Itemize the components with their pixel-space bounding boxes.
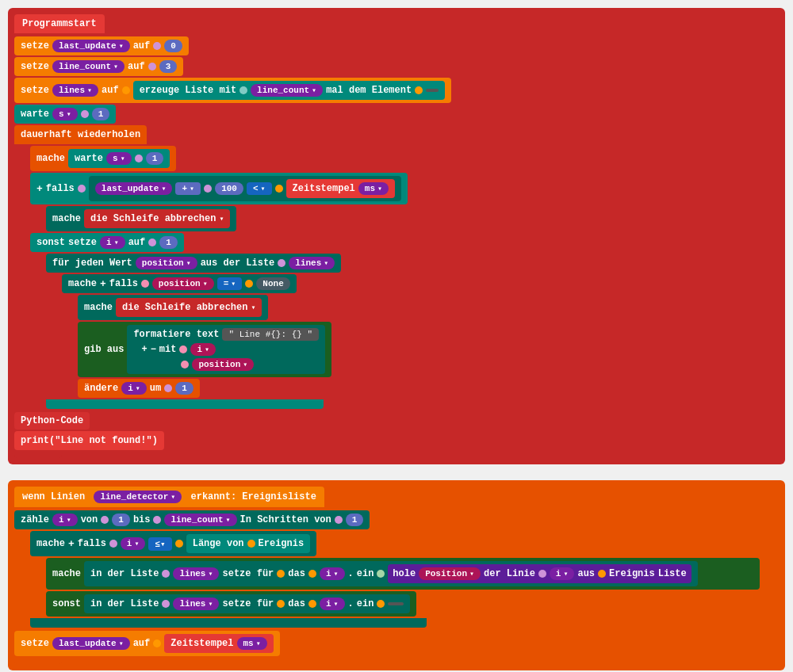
- sonst-liste-inner[interactable]: in der Liste lines ▾ setze für das i ▾ .: [84, 594, 410, 613]
- var-i-8[interactable]: i ▾: [320, 598, 345, 610]
- row-falls-zeitstempel: + falls last_update ▾ + ▾ 100: [30, 173, 779, 204]
- row-mache-schleife-2: mache die Schleife abbrechen ▾: [78, 295, 779, 320]
- var-lines-3[interactable]: lines ▾: [173, 567, 219, 580]
- mache-in-liste-block[interactable]: mache in der Liste lines ▾ setze für das…: [46, 558, 760, 590]
- dot-7: [135, 155, 143, 162]
- val-100[interactable]: 100: [215, 182, 243, 195]
- var-last-update-2[interactable]: last_update ▾: [95, 182, 173, 195]
- op-lte[interactable]: ≤▾: [148, 537, 171, 551]
- gib-aus-block[interactable]: gib aus formatiere text " Line #{}: {} "…: [78, 322, 331, 377]
- workspace: Programmstart setze last_update ▾ auf 0 …: [8, 8, 785, 670]
- var-i-5[interactable]: i ▾: [121, 537, 146, 550]
- op-eq[interactable]: = ▾: [217, 277, 243, 290]
- sonst-block[interactable]: sonst setze i ▾ auf 1: [30, 233, 184, 252]
- op-plus[interactable]: + ▾: [175, 182, 201, 195]
- falls-block[interactable]: + falls last_update ▾ + ▾ 100: [30, 173, 408, 204]
- var-ms[interactable]: ms ▾: [358, 182, 389, 195]
- var-i-3[interactable]: i ▾: [121, 382, 147, 395]
- dot-4: [239, 86, 247, 94]
- hat-block: Programmstart: [14, 14, 105, 33]
- aendere-block[interactable]: ändere i ▾ um 1: [78, 379, 200, 398]
- dot-10: [275, 185, 283, 193]
- fuer-jeden-block[interactable]: für jeden Wert position ▾ aus der Liste …: [46, 254, 341, 273]
- dot-9: [204, 185, 212, 193]
- laenge-block[interactable]: Länge von Ereignis: [186, 534, 310, 553]
- dot-29: [598, 570, 606, 578]
- dot-17: [164, 384, 172, 392]
- var-lines[interactable]: lines ▾: [52, 84, 98, 97]
- erzeuge-block[interactable]: erzeuge Liste mit line_count ▾ mal dem E…: [133, 81, 446, 100]
- val-1[interactable]: 1: [92, 108, 110, 120]
- var-i[interactable]: i ▾: [100, 236, 125, 249]
- condition-block[interactable]: last_update ▾ + ▾ 100 < ▾ Zeit: [89, 176, 401, 201]
- schleife-block[interactable]: die Schleife abbrechen ▾: [84, 209, 230, 228]
- var-i-2[interactable]: i ▾: [190, 343, 216, 356]
- var-i-7[interactable]: i ▾: [550, 567, 575, 580]
- row-setze-line-count: setze line_count ▾ auf 3: [14, 57, 779, 76]
- hole-block[interactable]: hole Position ▾ der Linie i ▾ aus: [388, 564, 691, 583]
- dot-5: [415, 86, 423, 94]
- setze-block-1[interactable]: setze last_update ▾ auf 0: [14, 36, 189, 55]
- val-1-5[interactable]: 1: [112, 514, 130, 526]
- var-position-2[interactable]: position ▾: [152, 277, 214, 290]
- mache-block-1[interactable]: mache warte s ▾ 1: [30, 146, 176, 171]
- var-line-detector[interactable]: line_detector ▾: [94, 491, 182, 503]
- val-1-3[interactable]: 1: [159, 236, 178, 249]
- var-lines-4[interactable]: lines ▾: [173, 598, 219, 610]
- val-1-4[interactable]: 1: [175, 382, 193, 395]
- var-position-3[interactable]: position ▾: [192, 358, 254, 371]
- mache-falls-laenge[interactable]: mache + falls i ▾ ≤▾ Länge von Ereignis: [30, 531, 316, 556]
- dot-26: [308, 570, 316, 578]
- setze-block-4[interactable]: setze last_update ▾ auf Zeitstempel ms ▾: [14, 631, 280, 656]
- section-bottom-connector: [14, 452, 62, 458]
- print-block[interactable]: print("Line not found!"): [14, 431, 164, 450]
- dot-28: [538, 570, 546, 578]
- dot-30: [162, 600, 170, 608]
- mache-schleife-block[interactable]: mache die Schleife abbrechen ▾: [46, 206, 236, 231]
- sonst-in-liste-block[interactable]: sonst in der Liste lines ▾ setze für das…: [46, 591, 416, 617]
- zaehle-block[interactable]: zähle i ▾ von 1 bis line_count ▾ In Schr…: [14, 510, 370, 529]
- setze-block-2[interactable]: setze line_count ▾ auf 3: [14, 57, 183, 76]
- val-3[interactable]: 3: [159, 60, 178, 73]
- var-line-count-3[interactable]: line_count ▾: [164, 514, 236, 526]
- formatiere-block[interactable]: formatiere text " Line #{}: {} " + − mit…: [127, 325, 325, 374]
- var-line-count-2[interactable]: line_count ▾: [251, 84, 323, 97]
- row-setze-last-update-2: setze last_update ▾ auf Zeitstempel ms ▾: [14, 631, 779, 656]
- var-ms-2[interactable]: ms ▾: [237, 637, 267, 650]
- row-mache-in-der-liste: mache in der Liste lines ▾ setze für das…: [46, 558, 779, 590]
- var-s[interactable]: s ▾: [52, 108, 78, 120]
- mache-falls-block[interactable]: mache + falls position ▾ = ▾ None: [62, 274, 297, 293]
- val-1-6[interactable]: 1: [346, 514, 364, 526]
- dauerhaft-block[interactable]: dauerhaft wiederholen: [14, 125, 147, 144]
- var-position[interactable]: position ▾: [136, 257, 197, 269]
- var-i-6[interactable]: i ▾: [320, 567, 345, 580]
- var-i-4[interactable]: i ▾: [52, 514, 78, 526]
- python-code-label: Python-Code: [14, 412, 90, 430]
- dot-19: [153, 516, 161, 524]
- var-last-update-3[interactable]: last_update ▾: [52, 637, 130, 650]
- zeitstempel-block-2[interactable]: Zeitstempel ms ▾: [164, 634, 273, 653]
- op-lt[interactable]: < ▾: [247, 182, 272, 195]
- var-last-update[interactable]: last_update ▾: [52, 40, 130, 52]
- schleife-block-2[interactable]: die Schleife abbrechen ▾: [116, 298, 262, 317]
- var-s-2[interactable]: s ▾: [106, 152, 132, 165]
- var-position-4[interactable]: Position ▾: [419, 567, 481, 580]
- empty-block: [388, 602, 404, 605]
- warte-block-inner[interactable]: warte s ▾ 1: [68, 149, 170, 168]
- var-line-count[interactable]: line_count ▾: [52, 60, 125, 73]
- zeitstempel-block[interactable]: Zeitstempel ms ▾: [286, 179, 395, 198]
- format-string: " Line #{}: {} ": [222, 328, 319, 341]
- val-1-2[interactable]: 1: [146, 152, 164, 165]
- val-0[interactable]: 0: [164, 40, 182, 52]
- setze-block-3[interactable]: setze lines ▾ auf erzeuge Liste mit line…: [14, 78, 451, 103]
- mache-block-2[interactable]: mache die Schleife abbrechen ▾: [78, 295, 268, 320]
- row-mache-falls-position: mache + falls position ▾ = ▾ None: [62, 274, 779, 293]
- row-print: print("Line not found!"): [14, 431, 779, 450]
- row-zaehle: zähle i ▾ von 1 bis line_count ▾ In Schr…: [14, 510, 779, 529]
- var-lines-2[interactable]: lines ▾: [289, 257, 335, 269]
- dot-24: [162, 570, 170, 578]
- warte-block[interactable]: warte s ▾ 1: [14, 105, 116, 124]
- in-liste-block[interactable]: in der Liste lines ▾ setze für das i ▾ .: [84, 561, 698, 586]
- val-none[interactable]: None: [256, 277, 289, 290]
- row-gib-aus: gib aus formatiere text " Line #{}: {} "…: [78, 322, 779, 377]
